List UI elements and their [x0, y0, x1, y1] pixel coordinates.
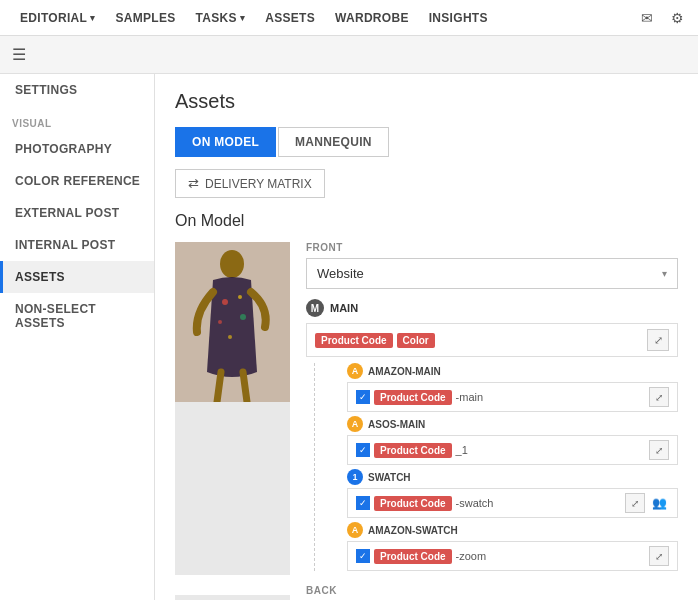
sidebar-item-non-select-assets[interactable]: NON-SELECT ASSETS — [0, 293, 154, 339]
swatch-badge: 1 — [347, 469, 363, 485]
tag-product-code: Product Code — [374, 443, 452, 458]
amazon-main-suffix: -main — [456, 391, 484, 403]
asos-main-badge: A — [347, 416, 363, 432]
right-panel: FRONT Website ▾ M MAIN Product Code Colo… — [306, 242, 678, 575]
amazon-main-tags-row: ✓ Product Code -main ⤢ — [347, 382, 678, 412]
model-photo-area — [175, 242, 290, 575]
back-row: 🖼 BACK Website ▾ — [175, 585, 678, 600]
back-label: BACK — [306, 585, 678, 596]
tag-product-code: Product Code — [374, 549, 452, 564]
tab-mannequin[interactable]: MANNEQUIN — [278, 127, 389, 157]
sidebar-item-external-post[interactable]: EXTERNAL POST — [0, 197, 154, 229]
chevron-down-icon: ▾ — [90, 13, 95, 23]
nav-editorial[interactable]: EDITORIAL ▾ — [10, 0, 105, 35]
amazon-swatch-badge: A — [347, 522, 363, 538]
swatch-tags-row: ✓ Product Code -swatch ⤢ 👥 — [347, 488, 678, 518]
svg-point-3 — [238, 295, 242, 299]
back-panel: BACK Website ▾ — [306, 585, 678, 600]
nav-wardrobe[interactable]: WARDROBE — [325, 0, 419, 35]
swatch-suffix: -swatch — [456, 497, 494, 509]
svg-point-4 — [218, 320, 222, 324]
amazon-main-header: A AMAZON-MAIN — [347, 363, 678, 379]
front-label: FRONT — [306, 242, 678, 253]
tag-product-code: Product Code — [374, 496, 452, 511]
sidebar: SETTINGS VISUAL PHOTOGRAPHY COLOR REFERE… — [0, 74, 155, 600]
top-nav: EDITORIAL ▾ SAMPLES TASKS ▾ ASSETS WARDR… — [0, 0, 698, 36]
sidebar-item-assets[interactable]: ASSETS — [0, 261, 154, 293]
delivery-matrix-icon: ⇄ — [188, 176, 199, 191]
nav-editorial-label: EDITORIAL — [20, 11, 87, 25]
mail-icon[interactable]: ✉ — [636, 7, 658, 29]
delivery-matrix-label: DELIVERY MATRIX — [205, 177, 312, 191]
back-photo-area: 🖼 — [175, 595, 290, 600]
tab-on-model[interactable]: ON MODEL — [175, 127, 276, 157]
front-select[interactable]: Website ▾ — [306, 258, 678, 289]
svg-point-2 — [222, 299, 228, 305]
asos-main-suffix: _1 — [456, 444, 468, 456]
svg-point-5 — [240, 314, 246, 320]
expand-icon[interactable]: ⤢ — [649, 440, 669, 460]
secondary-bar: ☰ — [0, 36, 698, 74]
delivery-matrix-button[interactable]: ⇄ DELIVERY MATRIX — [175, 169, 325, 198]
swatch-label: SWATCH — [368, 472, 411, 483]
sub-item-amazon-swatch: A AMAZON-SWATCH ✓ Product Code -zoom ⤢ — [347, 522, 678, 571]
asos-main-header: A ASOS-MAIN — [347, 416, 678, 432]
expand-icon[interactable]: ⤢ — [625, 493, 645, 513]
amazon-main-label: AMAZON-MAIN — [368, 366, 441, 377]
tab-row: ON MODEL MANNEQUIN — [175, 127, 678, 157]
sidebar-item-settings[interactable]: SETTINGS — [0, 74, 154, 106]
sub-items-tree: A AMAZON-MAIN ✓ Product Code -main ⤢ — [314, 363, 678, 571]
main-badge-row: M MAIN — [306, 299, 678, 317]
asos-main-checkbox[interactable]: ✓ — [356, 443, 370, 457]
section-heading: On Model — [175, 212, 678, 230]
nav-wardrobe-label: WARDROBE — [335, 11, 409, 25]
main-badge: M — [306, 299, 324, 317]
front-select-value: Website — [317, 266, 364, 281]
expand-icon[interactable]: ⤢ — [649, 546, 669, 566]
nav-insights-label: INSIGHTS — [429, 11, 488, 25]
amazon-swatch-suffix: -zoom — [456, 550, 487, 562]
layout: SETTINGS VISUAL PHOTOGRAPHY COLOR REFERE… — [0, 74, 698, 600]
svg-point-1 — [220, 250, 244, 278]
nav-tasks-label: TASKS — [196, 11, 237, 25]
tag-color: Color — [397, 333, 435, 348]
asos-main-tags-row: ✓ Product Code _1 ⤢ — [347, 435, 678, 465]
model-photo — [175, 242, 290, 402]
chevron-down-icon: ▾ — [240, 13, 245, 23]
nav-insights[interactable]: INSIGHTS — [419, 0, 498, 35]
nav-assets-label: ASSETS — [265, 11, 315, 25]
expand-icon[interactable]: ⤢ — [649, 387, 669, 407]
main-content: Assets ON MODEL MANNEQUIN ⇄ DELIVERY MAT… — [155, 74, 698, 600]
sub-item-swatch: 1 SWATCH ✓ Product Code -swatch ⤢ 👥 — [347, 469, 678, 518]
nav-tasks[interactable]: TASKS ▾ — [186, 0, 256, 35]
nav-samples-label: SAMPLES — [115, 11, 175, 25]
nav-samples[interactable]: SAMPLES — [105, 0, 185, 35]
page-title: Assets — [175, 90, 678, 113]
amazon-swatch-label: AMAZON-SWATCH — [368, 525, 458, 536]
amazon-swatch-checkbox[interactable]: ✓ — [356, 549, 370, 563]
sidebar-visual-label: VISUAL — [0, 106, 154, 133]
amazon-main-checkbox[interactable]: ✓ — [356, 390, 370, 404]
settings-icon[interactable]: ⚙ — [666, 7, 688, 29]
photo-panel-row: FRONT Website ▾ M MAIN Product Code Colo… — [175, 242, 678, 575]
sidebar-item-photography[interactable]: PHOTOGRAPHY — [0, 133, 154, 165]
main-tags-row: Product Code Color ⤢ — [306, 323, 678, 357]
sub-item-asos-main: A ASOS-MAIN ✓ Product Code _1 ⤢ — [347, 416, 678, 465]
asos-main-label: ASOS-MAIN — [368, 419, 425, 430]
sidebar-item-internal-post[interactable]: INTERNAL POST — [0, 229, 154, 261]
expand-icon[interactable]: ⤢ — [647, 329, 669, 351]
sidebar-item-color-reference[interactable]: COLOR REFERENCE — [0, 165, 154, 197]
chevron-down-icon: ▾ — [662, 268, 667, 279]
amazon-swatch-tags-row: ✓ Product Code -zoom ⤢ — [347, 541, 678, 571]
tag-product-code: Product Code — [374, 390, 452, 405]
people-icon[interactable]: 👥 — [649, 493, 669, 513]
nav-assets[interactable]: ASSETS — [255, 0, 325, 35]
swatch-checkbox[interactable]: ✓ — [356, 496, 370, 510]
hamburger-icon[interactable]: ☰ — [12, 45, 26, 64]
svg-point-6 — [228, 335, 232, 339]
tag-product-code: Product Code — [315, 333, 393, 348]
swatch-header: 1 SWATCH — [347, 469, 678, 485]
main-label: MAIN — [330, 302, 358, 314]
amazon-main-badge: A — [347, 363, 363, 379]
amazon-swatch-header: A AMAZON-SWATCH — [347, 522, 678, 538]
